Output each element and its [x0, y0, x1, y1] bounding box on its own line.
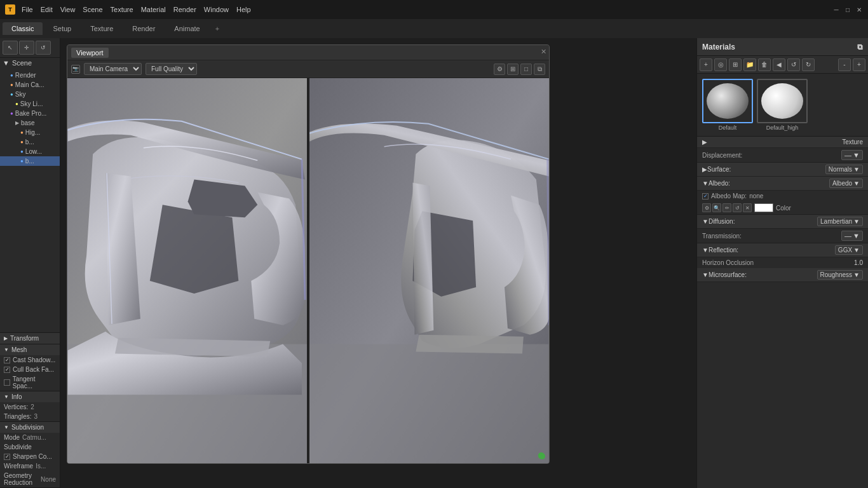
mat-undo-btn[interactable]: ↺ [787, 58, 800, 71]
triangles-row: Triangles: 3 [0, 412, 60, 421]
albedo-brush-icon[interactable]: ✏ [722, 203, 731, 212]
cull-back-check[interactable]: ✓ [4, 367, 10, 373]
scene-item-low[interactable]: ● Low... [0, 147, 60, 156]
tab-add[interactable]: + [210, 22, 224, 35]
mat-circle-btn[interactable]: ◎ [714, 58, 727, 71]
mat-grid-btn[interactable]: ⊞ [729, 58, 742, 71]
tab-animate[interactable]: Animate [165, 22, 208, 35]
material-default-high-name: Default_high [766, 125, 799, 131]
viewport-tab[interactable]: Viewport [71, 48, 109, 58]
left-panel: ↖ ✛ ↺ ▼ Scene ● Render ● Main Ca... ● Sk… [0, 38, 60, 488]
albedo-delete-icon[interactable]: ✕ [743, 203, 752, 212]
tab-render[interactable]: Render [123, 22, 164, 35]
surface-arrow2: ▼ [853, 166, 860, 173]
mesh-header[interactable]: ▼ Mesh [0, 344, 60, 355]
viewport-status-indicator [539, 453, 545, 459]
cast-shadows-check[interactable]: ✓ [4, 357, 10, 363]
mat-minus-btn[interactable]: - [838, 58, 851, 71]
cast-shadows-label: Cast Shadow... [13, 356, 55, 363]
mat-add-btn[interactable]: + [700, 58, 712, 71]
mat-prev-btn[interactable]: ◀ [773, 58, 785, 71]
diffusion-section-header[interactable]: ▼ Diffusion: Lambertian ▼ [697, 215, 868, 229]
microsurface-section-header[interactable]: ▼ Microsurface: Roughness ▼ [697, 268, 868, 282]
scene-item-maincam[interactable]: ● Main Ca... [0, 80, 60, 90]
vp-expand-btn[interactable]: ⧉ [534, 64, 545, 75]
orbit-tool[interactable]: ↺ [36, 41, 51, 55]
viewport-close[interactable]: ✕ [541, 48, 546, 56]
albedo-dropdown[interactable]: Albedo ▼ [829, 179, 863, 188]
camera-dropdown[interactable]: Main Camera [84, 63, 142, 75]
scene-item-high[interactable]: ● Hig... [0, 128, 60, 137]
mat-folder-btn[interactable]: 📁 [743, 58, 756, 71]
menu-edit[interactable]: Edit [41, 6, 53, 13]
tab-classic[interactable]: Classic [3, 22, 43, 35]
mat-plus-btn[interactable]: + [853, 58, 865, 71]
viewport-container[interactable]: Viewport ✕ 📷 Main Camera Full Quality [60, 38, 696, 488]
scene-item-skylight-label: Sky Li... [20, 100, 43, 107]
diffusion-arrow2: ▼ [853, 218, 860, 225]
scene-header[interactable]: ▼ Scene [0, 58, 60, 68]
diffusion-dropdown[interactable]: Lambertian ▼ [817, 217, 863, 226]
menu-render[interactable]: Render [173, 6, 196, 13]
scene-item-skylight[interactable]: ● Sky Li... [0, 99, 60, 109]
tab-setup[interactable]: Setup [44, 22, 80, 35]
vp-settings-btn[interactable]: ⚙ [494, 64, 505, 75]
materials-expand-icon[interactable]: ⧉ [857, 43, 863, 51]
move-tool[interactable]: ✛ [19, 41, 34, 55]
vp-grid-btn[interactable]: ⊞ [507, 64, 519, 75]
menu-help[interactable]: Help [236, 6, 251, 13]
quality-select[interactable]: Full Quality [146, 63, 197, 75]
menu-scene[interactable]: Scene [83, 6, 102, 13]
albedo-map-check[interactable]: ✓ [702, 193, 709, 200]
info-header[interactable]: ▼ Info [0, 391, 60, 402]
subdivision-header[interactable]: ▼ Subdivision [0, 422, 60, 433]
menu-window[interactable]: Window [204, 6, 229, 13]
quality-dropdown[interactable]: Full Quality [146, 63, 197, 75]
vertices-label: Vertices: [4, 403, 28, 410]
scene-item-b2[interactable]: ● b... [0, 156, 60, 166]
select-tool[interactable]: ↖ [3, 41, 18, 55]
transform-header[interactable]: ▶ Transform [0, 333, 60, 344]
tangent-space-label: Tangent Spac... [13, 376, 56, 390]
vp-window-btn[interactable]: □ [520, 64, 532, 75]
albedo-settings-icon[interactable]: ⚙ [702, 203, 711, 212]
microsurface-label: Microsurface: [709, 271, 747, 278]
close-button[interactable]: ✕ [855, 6, 863, 13]
reflection-section-header[interactable]: ▼ Reflection: GGX ▼ [697, 243, 868, 257]
surface-section-header[interactable]: ▶ Surface: Normals ▼ [697, 163, 868, 177]
texture-section-header[interactable]: ▶ Texture [697, 137, 868, 148]
menu-texture[interactable]: Texture [111, 6, 133, 13]
material-default-high[interactable]: Default_high [757, 79, 808, 131]
microsurface-dropdown[interactable]: Roughness ▼ [817, 270, 864, 280]
albedo-refresh-icon[interactable]: ↺ [733, 203, 742, 212]
albedo-section-header[interactable]: ▼ Albedo: Albedo ▼ [697, 177, 868, 191]
transmission-dropdown[interactable]: — ▼ [841, 231, 863, 241]
maximize-button[interactable]: □ [844, 6, 851, 13]
minimize-button[interactable]: ─ [832, 6, 840, 13]
menu-material[interactable]: Material [141, 6, 166, 13]
menu-file[interactable]: File [22, 6, 33, 13]
tab-texture[interactable]: Texture [81, 22, 122, 35]
viewport-3d[interactable] [67, 78, 549, 463]
wireframe-value: Is... [36, 463, 46, 470]
material-default[interactable]: Default [702, 79, 753, 131]
scene-item-sky[interactable]: ● Sky [0, 90, 60, 99]
mat-delete-btn[interactable]: 🗑 [758, 58, 771, 71]
mat-redo-btn[interactable]: ↻ [802, 58, 815, 71]
albedo-search-icon[interactable]: 🔍 [712, 203, 721, 212]
surface-dropdown[interactable]: Normals ▼ [825, 165, 863, 174]
scene-item-render[interactable]: ● Render [0, 71, 60, 80]
reflection-dropdown[interactable]: GGX ▼ [835, 245, 863, 255]
sharpen-check[interactable]: ✓ [4, 454, 10, 460]
menu-view[interactable]: View [60, 6, 76, 13]
vertices-row: Vertices: 2 [0, 402, 60, 412]
displacement-dropdown[interactable]: — ▼ [841, 150, 863, 160]
scene-item-b1[interactable]: ● b... [0, 137, 60, 147]
scene-item-bakepro[interactable]: ● Bake Pro... [0, 109, 60, 118]
albedo-color-row: ⚙ 🔍 ✏ ↺ ✕ Color [697, 201, 868, 215]
albedo-color-swatch[interactable] [754, 203, 773, 212]
tangent-space-check[interactable] [4, 379, 10, 386]
camera-icon: 📷 [71, 65, 80, 74]
camera-select[interactable]: Main Camera [84, 63, 142, 75]
scene-item-base[interactable]: ▶ base [0, 118, 60, 128]
